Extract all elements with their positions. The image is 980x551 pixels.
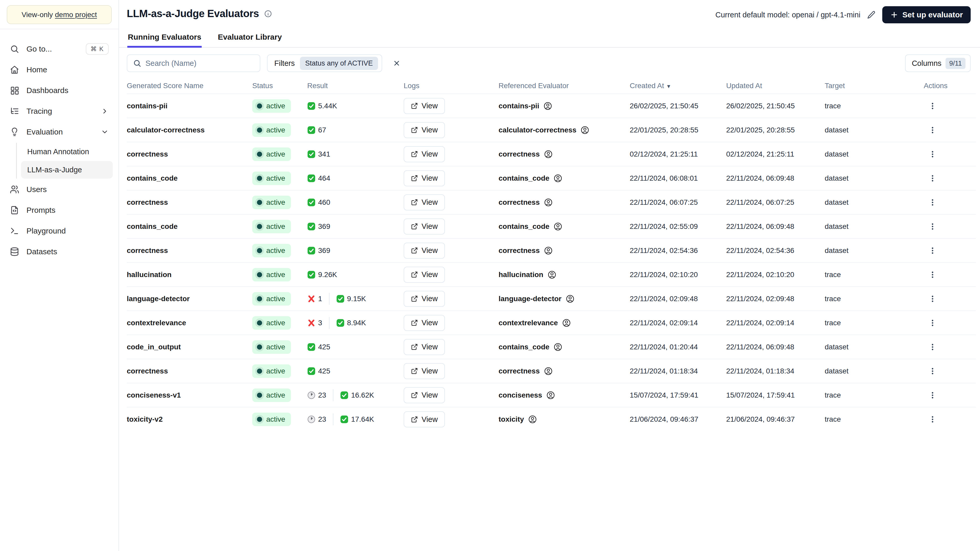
referenced-evaluator-cell[interactable]: toxicity: [498, 415, 624, 424]
view-logs-button[interactable]: View: [404, 291, 445, 307]
table-row[interactable]: correctness active 341 View: [127, 142, 976, 166]
referenced-evaluator-cell[interactable]: contains_code: [498, 174, 624, 183]
column-header-status[interactable]: Status: [252, 78, 307, 94]
view-logs-button[interactable]: View: [404, 170, 445, 186]
referenced-evaluator-cell[interactable]: calculator-correctness: [498, 126, 624, 135]
row-actions-menu-button[interactable]: [925, 123, 940, 137]
row-actions-menu-button[interactable]: [925, 412, 940, 427]
view-logs-button[interactable]: View: [404, 387, 445, 403]
status-label: active: [266, 150, 285, 158]
column-header-updated-at[interactable]: Updated At: [726, 78, 825, 94]
created-at: 22/11/2024, 02:10:20: [630, 271, 698, 279]
column-header-target[interactable]: Target: [825, 78, 924, 94]
sidebar-item-home[interactable]: Home: [6, 59, 113, 80]
view-logs-button[interactable]: View: [404, 411, 445, 427]
sidebar-item-dashboards[interactable]: Dashboards: [6, 80, 113, 101]
user-circle-icon: [528, 415, 537, 424]
row-actions-menu-button[interactable]: [925, 388, 940, 402]
tab-evaluator-library[interactable]: Evaluator Library: [217, 33, 282, 47]
view-logs-button[interactable]: View: [404, 267, 445, 283]
referenced-evaluator-cell[interactable]: correctness: [498, 198, 624, 207]
row-actions-menu-button[interactable]: [925, 243, 940, 258]
referenced-evaluator-cell[interactable]: language-detector: [498, 294, 624, 303]
clear-filters-button[interactable]: [389, 56, 404, 71]
view-logs-button[interactable]: View: [404, 146, 445, 162]
sidebar-item-datasets[interactable]: Datasets: [6, 241, 113, 262]
row-actions-menu-button[interactable]: [925, 147, 940, 162]
referenced-evaluator-cell[interactable]: contextrelevance: [498, 319, 624, 327]
table-row[interactable]: correctness active 425 View: [127, 359, 976, 383]
table-row[interactable]: contextrelevance active 3 8.94K: [127, 311, 976, 335]
success-check-icon: [307, 271, 315, 279]
referenced-evaluator-cell[interactable]: contains_code: [498, 343, 624, 351]
table-row[interactable]: conciseness-v1 active 23 16.62K: [127, 383, 976, 407]
edit-model-pencil-icon[interactable]: [867, 11, 875, 19]
target: trace: [825, 102, 841, 110]
row-actions-menu-button[interactable]: [925, 195, 940, 210]
table-row[interactable]: contains-pii active 5.44K View: [127, 94, 976, 118]
view-logs-button[interactable]: View: [404, 219, 445, 235]
view-logs-button[interactable]: View: [404, 315, 445, 331]
info-icon[interactable]: [264, 10, 272, 17]
column-header-referenced-evaluator[interactable]: Referenced Evaluator: [498, 78, 630, 94]
view-logs-button[interactable]: View: [404, 363, 445, 379]
filter-badge[interactable]: Status any of ACTIVE: [300, 57, 378, 70]
referenced-evaluator-cell[interactable]: contains-pii: [498, 102, 624, 110]
column-header-result[interactable]: Result: [307, 78, 404, 94]
view-logs-button[interactable]: View: [404, 243, 445, 259]
referenced-evaluator-cell[interactable]: correctness: [498, 150, 624, 159]
result-cell: 425: [307, 367, 398, 375]
referenced-evaluator-cell[interactable]: correctness: [498, 367, 624, 376]
sidebar-item-prompts[interactable]: Prompts: [6, 200, 113, 221]
column-header-generated-score-name[interactable]: Generated Score Name: [127, 78, 252, 94]
set-up-evaluator-button[interactable]: Set up evaluator: [882, 6, 970, 23]
referenced-evaluator-cell[interactable]: conciseness: [498, 391, 624, 400]
view-only-banner[interactable]: View-only demo project: [7, 5, 112, 24]
view-logs-button[interactable]: View: [404, 339, 445, 355]
search-input[interactable]: [145, 59, 254, 68]
sidebar-item-human-annotation[interactable]: Human Annotation: [21, 143, 113, 160]
referenced-evaluator-cell[interactable]: hallucination: [498, 270, 624, 279]
generated-score-name: contains_code: [127, 222, 178, 230]
demo-project-link[interactable]: demo project: [55, 11, 97, 19]
sidebar-item-users[interactable]: Users: [6, 179, 113, 200]
status-label: active: [266, 246, 285, 255]
sidebar-item-go-to[interactable]: Go to... ⌘K: [6, 39, 113, 59]
row-actions-menu-button[interactable]: [925, 316, 940, 330]
row-actions-menu-button[interactable]: [925, 364, 940, 378]
view-logs-button[interactable]: View: [404, 122, 445, 138]
search-box[interactable]: [127, 54, 260, 72]
status-badge: active: [252, 148, 291, 161]
table-row[interactable]: contains_code active 369 View: [127, 214, 976, 238]
sidebar-item-playground[interactable]: Playground: [6, 221, 113, 241]
tab-running-evaluators[interactable]: Running Evaluators: [127, 33, 202, 47]
referenced-evaluator-cell[interactable]: correctness: [498, 246, 624, 255]
table-row[interactable]: correctness active 369 View: [127, 238, 976, 262]
sidebar-item-tracing[interactable]: Tracing: [6, 101, 113, 122]
sidebar-item-evaluation[interactable]: Evaluation: [6, 122, 113, 142]
column-header-created-at[interactable]: Created At▼: [630, 78, 726, 94]
row-actions-menu-button[interactable]: [925, 171, 940, 186]
row-actions-menu-button[interactable]: [925, 219, 940, 234]
columns-button[interactable]: Columns 9/11: [905, 54, 970, 72]
row-actions-menu-button[interactable]: [925, 292, 940, 306]
filters-button[interactable]: Filters Status any of ACTIVE: [267, 54, 382, 72]
referenced-evaluator-cell[interactable]: contains_code: [498, 222, 624, 231]
row-actions-menu-button[interactable]: [925, 340, 940, 354]
table-row[interactable]: correctness active 460 View: [127, 190, 976, 214]
view-logs-button[interactable]: View: [404, 194, 445, 210]
table-row[interactable]: code_in_output active 425 View: [127, 335, 976, 359]
view-logs-button[interactable]: View: [404, 98, 445, 114]
updated-at: 22/11/2024, 01:18:34: [726, 367, 794, 375]
table-row[interactable]: contains_code active 464 View: [127, 166, 976, 190]
row-actions-menu-button[interactable]: [925, 267, 940, 282]
generated-score-name: calculator-correctness: [127, 126, 205, 134]
status-dot-icon: [257, 176, 262, 181]
sidebar-item-llm-as-a-judge[interactable]: LLM-as-a-Judge: [21, 161, 113, 179]
table-row[interactable]: language-detector active 1 9.15K: [127, 287, 976, 311]
table-row[interactable]: hallucination active 9.26K View: [127, 262, 976, 287]
row-actions-menu-button[interactable]: [925, 99, 940, 113]
table-row[interactable]: toxicity-v2 active 23 17.64K: [127, 407, 976, 431]
table-row[interactable]: calculator-correctness active 67 View: [127, 118, 976, 142]
column-header-logs[interactable]: Logs: [404, 78, 498, 94]
